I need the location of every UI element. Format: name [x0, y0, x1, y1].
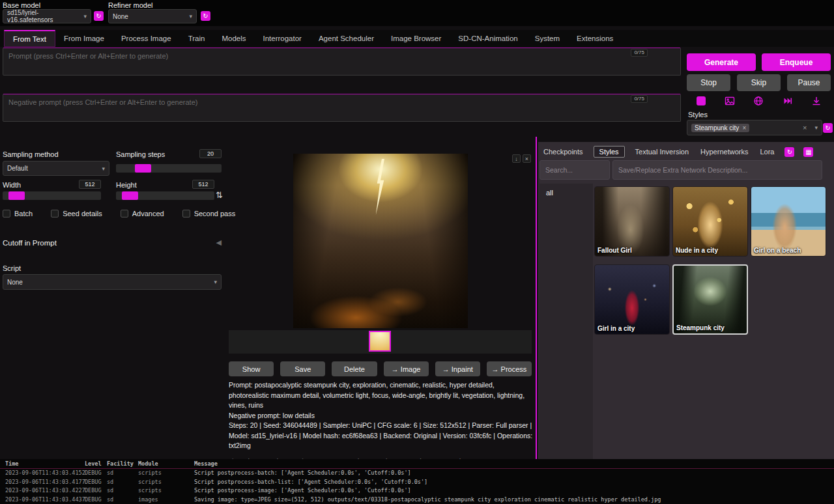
network-button[interactable]	[753, 95, 764, 107]
send-to-process-button[interactable]: → Process	[487, 361, 532, 376]
log-message: Script postprocess-batch-list: ['Agent S…	[194, 478, 829, 487]
style-tag[interactable]: Steampunk city ×	[691, 124, 749, 132]
tab-process-image[interactable]: Process Image	[113, 30, 180, 47]
generation-info: Prompt: postapocalyptic steampunk city, …	[229, 380, 536, 466]
log-facility: sd	[107, 496, 138, 504]
tab-hypernetworks[interactable]: Hypernetworks	[699, 146, 749, 158]
chevron-down-icon: ▾	[189, 13, 192, 20]
refresh-icon: ↻	[203, 12, 208, 20]
tab-image-browser[interactable]: Image Browser	[382, 30, 450, 47]
close-icon: ×	[525, 156, 528, 162]
enqueue-button[interactable]: Enqueue	[762, 53, 831, 71]
tab-from-image[interactable]: From Image	[55, 30, 113, 47]
skip-forward-button[interactable]	[782, 95, 794, 107]
styles-select[interactable]: Steampunk city × × ▾	[687, 120, 822, 135]
generated-image[interactable]	[293, 154, 468, 328]
height-slider[interactable]	[116, 191, 214, 200]
prompt-input[interactable]	[3, 48, 680, 75]
log-time: 2023-09-06T11:43:03.4227	[5, 486, 85, 496]
networks-search-input[interactable]	[539, 160, 610, 180]
download-icon	[811, 96, 822, 106]
collapse-icon: ◀	[216, 238, 222, 247]
tab-extensions[interactable]: Extensions	[568, 30, 622, 47]
slider-handle[interactable]	[122, 191, 138, 200]
style-card-girl-in-a-city[interactable]: Girl in a city	[594, 264, 670, 335]
download-params-button[interactable]	[811, 95, 822, 107]
advanced-checkbox[interactable]: Advanced	[121, 210, 164, 217]
height-value[interactable]: 512	[192, 180, 214, 189]
download-image-button[interactable]: ↓	[512, 154, 521, 163]
tab-sd-cn-animation[interactable]: SD-CN-Animation	[450, 30, 526, 47]
width-value[interactable]: 512	[79, 180, 101, 189]
folder-item-all[interactable]: all	[539, 184, 593, 202]
view-grid-button[interactable]: ▦	[803, 147, 813, 157]
close-image-button[interactable]: ×	[523, 154, 531, 163]
script-select[interactable]: None ▾	[3, 274, 222, 290]
pause-button[interactable]: Pause	[787, 74, 831, 91]
width-slider[interactable]	[3, 191, 101, 200]
refresh-base-model-button[interactable]: ↻	[94, 11, 104, 21]
solid-square-icon	[697, 96, 706, 105]
style-card-nude-in-a-city[interactable]: Nude in a city	[672, 186, 748, 257]
style-card-girl-on-a-beach[interactable]: Girl on a beach	[751, 186, 826, 257]
options-checkbox-row: Batch Seed details Advanced Second pass	[3, 210, 235, 217]
paste-image-button[interactable]	[724, 95, 736, 107]
slider-handle[interactable]	[8, 191, 25, 200]
style-card-fallout-girl[interactable]: Fallout Girl	[594, 186, 670, 257]
send-to-image-button[interactable]: → Image	[384, 361, 429, 376]
negative-prompt-input[interactable]	[3, 94, 680, 121]
refresh-styles-button[interactable]: ↻	[823, 123, 833, 133]
swap-dimensions-button[interactable]: ⇅	[216, 190, 223, 200]
tab-styles[interactable]: Styles	[594, 146, 625, 158]
chevron-down-icon: ▾	[83, 13, 87, 20]
stop-button[interactable]: Stop	[687, 74, 730, 91]
generate-button[interactable]: Generate	[687, 53, 756, 71]
gallery-thumbnail-selected[interactable]	[369, 331, 391, 352]
info-params-line: Steps: 20 | Seed: 346044489 | Sampler: U…	[229, 421, 536, 451]
tab-agent-scheduler[interactable]: Agent Scheduler	[310, 30, 382, 47]
log-header-facility: Facility	[107, 459, 138, 468]
refresh-refiner-model-button[interactable]: ↻	[201, 11, 210, 21]
remove-style-icon[interactable]: ×	[742, 124, 746, 132]
refresh-networks-button[interactable]: ↻	[784, 147, 794, 157]
apply-style-button[interactable]	[695, 95, 707, 107]
delete-button[interactable]: Delete	[332, 361, 377, 376]
info-prompt-line: Prompt: postapocalyptic steampunk city, …	[229, 380, 536, 411]
tab-textual-inversion[interactable]: Textual Inversion	[634, 146, 691, 158]
sampling-method-label: Sampling method	[3, 150, 59, 158]
network-description-input[interactable]	[612, 160, 822, 180]
fast-forward-icon	[783, 96, 793, 106]
style-card-steampunk-city[interactable]: Steampunk city	[672, 264, 748, 335]
checkbox-icon	[3, 210, 10, 217]
checkbox-icon	[121, 210, 128, 217]
refiner-model-select[interactable]: None ▾	[108, 9, 197, 23]
slider-handle[interactable]	[135, 164, 151, 173]
card-label: Steampunk city	[676, 324, 725, 331]
send-to-inpaint-button[interactable]: → Inpaint	[435, 361, 480, 376]
batch-checkbox[interactable]: Batch	[3, 210, 33, 217]
tab-checkpoints[interactable]: Checkpoints	[542, 146, 584, 158]
skip-button[interactable]: Skip	[737, 74, 781, 91]
sampling-method-value: Default	[7, 165, 28, 172]
style-cards-grid: Fallout Girl Nude in a city Girl on a be…	[594, 186, 826, 335]
log-header-time: Time	[5, 459, 85, 468]
sampling-steps-slider[interactable]	[116, 164, 222, 173]
clear-styles-icon[interactable]: ×	[803, 124, 807, 132]
tab-lora[interactable]: Lora	[758, 146, 775, 158]
batch-checkbox-label: Batch	[14, 210, 33, 217]
tab-models[interactable]: Models	[213, 30, 254, 47]
tab-from-text[interactable]: From Text	[4, 30, 55, 47]
sampling-steps-value[interactable]: 20	[199, 149, 222, 158]
sampling-method-select[interactable]: Default ▾	[3, 161, 109, 176]
log-console[interactable]: Time Level Facility Module Message 2023-…	[0, 459, 834, 504]
log-header-message: Message	[194, 459, 829, 468]
tab-interrogator[interactable]: Interrogator	[254, 30, 309, 47]
cutoff-accordion[interactable]: Cutoff in Prompt ◀	[3, 238, 222, 247]
tab-train[interactable]: Train	[180, 30, 214, 47]
base-model-select[interactable]: sd15/lyriel-v16.safetensors ▾	[3, 9, 91, 23]
second-pass-checkbox[interactable]: Second pass	[182, 210, 236, 217]
save-button[interactable]: Save	[280, 361, 325, 376]
tab-system[interactable]: System	[526, 30, 568, 47]
show-button[interactable]: Show	[229, 361, 274, 376]
seed-details-checkbox[interactable]: Seed details	[51, 210, 102, 217]
